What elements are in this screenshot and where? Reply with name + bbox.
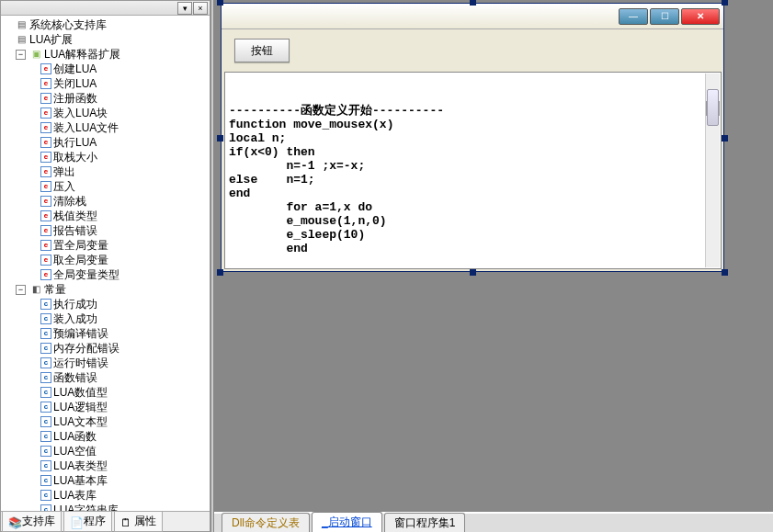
tree-node[interactable]: −▣LUA解释器扩展 e创建LUAe关闭LUAe注册函数e装入LUA块e装入LU… [16, 47, 210, 282]
tree-node[interactable]: c函数错误 [28, 370, 210, 385]
resize-handle[interactable] [217, 135, 223, 141]
tree-node[interactable]: e取全局变量 [28, 253, 210, 267]
function-icon: e [40, 78, 51, 89]
form-client-area[interactable]: 按钮 ----------函数定义开始----------function mo… [222, 29, 723, 271]
form-button-control[interactable]: 按钮 [234, 39, 290, 62]
constant-icon: c [40, 313, 51, 324]
library-tree[interactable]: ▤系统核心支持库 ▤LUA扩展 −▣LUA解释器扩展 e创建LUAe关闭LUAe… [1, 16, 210, 511]
function-icon: e [40, 137, 51, 148]
minimize-button[interactable]: — [619, 8, 648, 25]
constant-icon: c [40, 357, 51, 368]
tree-node[interactable]: e注册函数 [28, 91, 210, 106]
tree-label: 装入LUA文件 [53, 120, 119, 135]
code-text-control[interactable]: ----------函数定义开始----------function move_… [224, 72, 722, 269]
tree-label: 执行LUA [53, 135, 97, 150]
tree-node[interactable]: cLUA空值 [28, 444, 210, 458]
tree-node[interactable]: cLUA表库 [28, 488, 210, 503]
tree-node[interactable]: e报告错误 [28, 223, 210, 238]
tree-label: 系统核心支持库 [29, 17, 107, 32]
panel-tab-properties[interactable]: 🗒属性 [114, 511, 163, 532]
tree-label: LUA表类型 [53, 458, 108, 473]
code-line: e_mouse(1,n,0) [229, 214, 717, 228]
tab-window-procset[interactable]: 窗口程序集1 [384, 513, 466, 532]
resize-handle[interactable] [722, 269, 728, 276]
tree-node[interactable]: e栈值类型 [28, 209, 210, 223]
function-icon: e [40, 269, 51, 280]
resize-handle[interactable] [470, 0, 476, 6]
resize-handle[interactable] [217, 269, 223, 276]
tree-node[interactable]: cLUA文本型 [28, 414, 210, 429]
panel-tab-library[interactable]: 📚支持库 [2, 511, 62, 532]
tree-label: LUA文本型 [53, 414, 108, 429]
constant-icon: c [40, 387, 51, 398]
panel-tab-program[interactable]: 📄程序 [63, 511, 112, 532]
tab-dll-commands[interactable]: Dll命令定义表 [222, 513, 310, 532]
tree-node[interactable]: e全局变量类型 [28, 267, 210, 282]
tree-node[interactable]: e取栈大小 [28, 150, 210, 164]
tree-node[interactable]: cLUA字符串库 [28, 503, 210, 511]
resize-handle[interactable] [722, 0, 728, 6]
tree-node[interactable]: cLUA数值型 [28, 385, 210, 400]
resize-handle[interactable] [470, 269, 476, 276]
tree-node[interactable]: e装入LUA块 [28, 106, 210, 120]
book-icon: 📚 [8, 516, 19, 527]
code-line: else n=1; [229, 173, 717, 187]
tree-node[interactable]: ▤系统核心支持库 [3, 17, 210, 32]
constant-icon: c [40, 446, 51, 457]
collapse-icon[interactable]: − [16, 285, 26, 295]
tree-node[interactable]: cLUA逻辑型 [28, 400, 210, 414]
tree-label: LUA数值型 [53, 385, 108, 400]
form-designer[interactable]: — ☐ ✕ 按钮 ----------函数定义开始----------funct… [214, 0, 773, 512]
tree-node[interactable]: ▤LUA扩展 −▣LUA解释器扩展 e创建LUAe关闭LUAe注册函数e装入LU… [3, 32, 210, 511]
collapse-icon[interactable]: − [16, 50, 26, 60]
code-line: n=-1 ;x=-x; [229, 159, 717, 173]
tree-node[interactable]: −◧常量 c执行成功c装入成功c预编译错误c内存分配错误c运行时错误c函数错误c… [16, 282, 210, 511]
tree-node[interactable]: c执行成功 [28, 297, 210, 311]
tree-node[interactable]: e装入LUA文件 [28, 120, 210, 135]
vertical-scrollbar[interactable]: ▴ [705, 74, 720, 267]
resize-handle[interactable] [722, 135, 728, 141]
tree-node[interactable]: e执行LUA [28, 135, 210, 150]
tree-label: 运行时错误 [53, 356, 108, 370]
tree-node[interactable]: c预编译错误 [28, 326, 210, 341]
tree-node[interactable]: e清除栈 [28, 194, 210, 209]
tree-node[interactable]: e置全局变量 [28, 238, 210, 253]
tree-node[interactable]: c内存分配错误 [28, 341, 210, 356]
close-button[interactable]: ✕ [681, 8, 720, 25]
tree-label: LUA字符串库 [53, 503, 119, 511]
tree-node[interactable]: cLUA基本库 [28, 473, 210, 488]
panel-titlebar: ▾ × [1, 1, 210, 16]
tree-node[interactable]: c装入成功 [28, 311, 210, 326]
scroll-thumb[interactable] [707, 89, 719, 126]
code-line: function move_mousex(x) [229, 118, 717, 131]
constant-icon: c [40, 460, 51, 471]
tree-label: 置全局变量 [53, 238, 108, 253]
tree-node[interactable]: cLUA函数 [28, 429, 210, 444]
properties-icon: 🗒 [120, 516, 131, 527]
tree-label: 注册函数 [53, 91, 97, 106]
tree-node[interactable]: e关闭LUA [28, 76, 210, 91]
form-window[interactable]: — ☐ ✕ 按钮 ----------函数定义开始----------funct… [221, 3, 724, 272]
side-panel: ▾ × ▤系统核心支持库 ▤LUA扩展 −▣LUA解释器扩展 e创建LUAe关闭… [0, 0, 210, 532]
maximize-button[interactable]: ☐ [650, 8, 679, 25]
function-icon: e [40, 63, 51, 74]
tree-node[interactable]: e弹出 [28, 164, 210, 179]
tree-node[interactable]: e压入 [28, 179, 210, 194]
resize-handle[interactable] [217, 0, 223, 6]
constant-icon: c [40, 490, 51, 501]
panel-close-button[interactable]: × [193, 2, 208, 15]
tree-label: LUA函数 [53, 429, 97, 444]
tree-node[interactable]: c运行时错误 [28, 356, 210, 370]
tree-label: LUA基本库 [53, 473, 108, 488]
function-icon: e [40, 181, 51, 192]
tree-node[interactable]: cLUA表类型 [28, 458, 210, 473]
code-line: ----------函数定义开始---------- [229, 104, 717, 118]
tree-node[interactable]: e创建LUA [28, 62, 210, 76]
code-line: for a=1,x do [229, 200, 717, 214]
tree-label: LUA扩展 [29, 32, 73, 47]
panel-dock-button[interactable]: ▾ [177, 2, 192, 15]
tab-startup-window[interactable]: _启动窗口 [312, 512, 382, 532]
tree-label: 全局变量类型 [53, 267, 119, 282]
constant-icon: c [40, 343, 51, 354]
tree-label: 装入LUA块 [53, 106, 108, 120]
